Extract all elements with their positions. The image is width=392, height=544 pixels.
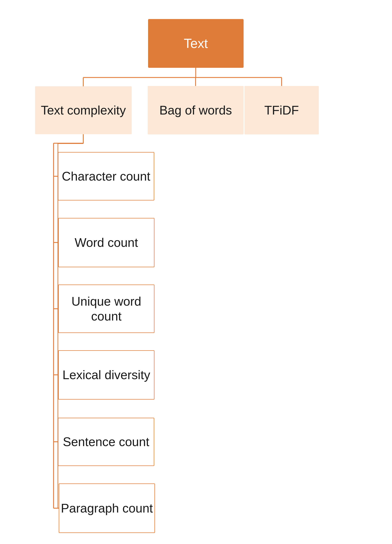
node-bag-of-words: Bag of words (148, 86, 244, 134)
node-paragraph-count: Paragraph count (59, 484, 155, 533)
node-lexical-diversity: Lexical diversity (58, 350, 155, 400)
node-text-complexity: Text complexity (35, 86, 132, 134)
node-text: Text (148, 19, 244, 68)
node-character-count: Character count (58, 152, 154, 201)
tree-diagram: line { stroke: #e07c3a; stroke-width="5"… (0, 0, 392, 544)
node-word-count: Word count (58, 218, 155, 267)
node-tfidf: TFiDF (244, 86, 319, 134)
node-unique-word-count: Unique word count (58, 284, 155, 333)
node-sentence-count: Sentence count (58, 418, 154, 466)
